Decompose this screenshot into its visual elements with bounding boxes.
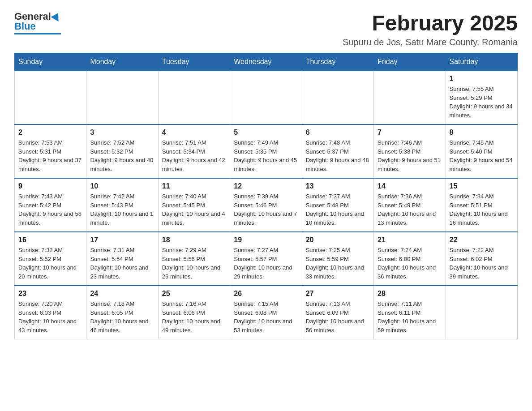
day-info-27: Sunrise: 7:13 AMSunset: 6:09 PMDaylight:… xyxy=(306,300,370,334)
day-number-13: 13 xyxy=(306,182,370,190)
day-info-10: Sunrise: 7:42 AMSunset: 5:43 PMDaylight:… xyxy=(90,192,154,227)
logo: General Blue xyxy=(14,11,61,34)
location-title: Supuru de Jos, Satu Mare County, Romania xyxy=(343,37,518,47)
day-number-19: 19 xyxy=(234,236,298,244)
day-info-17: Sunrise: 7:31 AMSunset: 5:54 PMDaylight:… xyxy=(90,246,154,281)
day-info-13: Sunrise: 7:37 AMSunset: 5:48 PMDaylight:… xyxy=(306,192,370,227)
table-row: 17Sunrise: 7:31 AMSunset: 5:54 PMDayligh… xyxy=(86,232,158,286)
week-row-4: 23Sunrise: 7:20 AMSunset: 6:03 PMDayligh… xyxy=(15,286,518,339)
day-info-8: Sunrise: 7:45 AMSunset: 5:40 PMDaylight:… xyxy=(450,138,514,173)
day-number-21: 21 xyxy=(378,236,442,244)
day-info-16: Sunrise: 7:32 AMSunset: 5:52 PMDaylight:… xyxy=(18,246,82,281)
day-info-18: Sunrise: 7:29 AMSunset: 5:56 PMDaylight:… xyxy=(162,246,226,281)
table-row: 10Sunrise: 7:42 AMSunset: 5:43 PMDayligh… xyxy=(86,178,158,232)
header-sunday: Sunday xyxy=(15,53,86,71)
day-info-28: Sunrise: 7:11 AMSunset: 6:11 PMDaylight:… xyxy=(378,300,442,334)
day-number-18: 18 xyxy=(162,236,226,244)
day-info-23: Sunrise: 7:20 AMSunset: 6:03 PMDaylight:… xyxy=(18,300,82,334)
day-info-21: Sunrise: 7:24 AMSunset: 6:00 PMDaylight:… xyxy=(378,246,442,281)
day-info-1: Sunrise: 7:55 AMSunset: 5:29 PMDaylight:… xyxy=(450,85,514,120)
day-number-8: 8 xyxy=(450,128,514,137)
table-row: 19Sunrise: 7:27 AMSunset: 5:57 PMDayligh… xyxy=(230,232,302,286)
day-number-27: 27 xyxy=(306,290,370,298)
header-thursday: Thursday xyxy=(302,53,373,71)
logo-blue-text: Blue xyxy=(14,21,36,32)
table-row xyxy=(374,71,446,124)
day-info-22: Sunrise: 7:22 AMSunset: 6:02 PMDaylight:… xyxy=(450,246,514,281)
day-number-26: 26 xyxy=(234,290,298,298)
day-info-6: Sunrise: 7:48 AMSunset: 5:37 PMDaylight:… xyxy=(306,138,370,173)
table-row: 25Sunrise: 7:16 AMSunset: 6:06 PMDayligh… xyxy=(158,286,230,339)
logo-triangle-icon xyxy=(51,11,62,21)
day-info-19: Sunrise: 7:27 AMSunset: 5:57 PMDaylight:… xyxy=(234,246,298,281)
day-number-9: 9 xyxy=(18,182,82,190)
page-header: General Blue February 2025 Supuru de Jos… xyxy=(14,11,518,47)
day-info-2: Sunrise: 7:53 AMSunset: 5:31 PMDaylight:… xyxy=(18,138,82,173)
table-row: 4Sunrise: 7:51 AMSunset: 5:34 PMDaylight… xyxy=(158,124,230,178)
day-number-11: 11 xyxy=(162,182,226,190)
table-row: 1Sunrise: 7:55 AMSunset: 5:29 PMDaylight… xyxy=(446,71,517,124)
day-number-4: 4 xyxy=(162,128,226,137)
day-number-23: 23 xyxy=(18,290,82,298)
title-block: February 2025 Supuru de Jos, Satu Mare C… xyxy=(343,11,518,47)
table-row xyxy=(230,71,302,124)
table-row: 3Sunrise: 7:52 AMSunset: 5:32 PMDaylight… xyxy=(86,124,158,178)
day-info-14: Sunrise: 7:36 AMSunset: 5:49 PMDaylight:… xyxy=(378,192,442,227)
day-number-5: 5 xyxy=(234,128,298,137)
table-row: 27Sunrise: 7:13 AMSunset: 6:09 PMDayligh… xyxy=(302,286,373,339)
day-number-24: 24 xyxy=(90,290,154,298)
table-row: 7Sunrise: 7:46 AMSunset: 5:38 PMDaylight… xyxy=(374,124,446,178)
week-row-3: 16Sunrise: 7:32 AMSunset: 5:52 PMDayligh… xyxy=(15,232,518,286)
table-row: 18Sunrise: 7:29 AMSunset: 5:56 PMDayligh… xyxy=(158,232,230,286)
day-number-25: 25 xyxy=(162,290,226,298)
header-wednesday: Wednesday xyxy=(230,53,302,71)
day-number-15: 15 xyxy=(450,182,514,190)
table-row xyxy=(446,286,517,339)
table-row: 26Sunrise: 7:15 AMSunset: 6:08 PMDayligh… xyxy=(230,286,302,339)
table-row: 22Sunrise: 7:22 AMSunset: 6:02 PMDayligh… xyxy=(446,232,517,286)
day-info-7: Sunrise: 7:46 AMSunset: 5:38 PMDaylight:… xyxy=(378,138,442,173)
day-number-10: 10 xyxy=(90,182,154,190)
table-row xyxy=(158,71,230,124)
header-monday: Monday xyxy=(86,53,158,71)
weekday-header-row: Sunday Monday Tuesday Wednesday Thursday… xyxy=(15,53,518,71)
table-row: 12Sunrise: 7:39 AMSunset: 5:46 PMDayligh… xyxy=(230,178,302,232)
day-number-28: 28 xyxy=(378,290,442,298)
day-number-17: 17 xyxy=(90,236,154,244)
table-row: 14Sunrise: 7:36 AMSunset: 5:49 PMDayligh… xyxy=(374,178,446,232)
day-number-1: 1 xyxy=(450,75,514,83)
table-row: 28Sunrise: 7:11 AMSunset: 6:11 PMDayligh… xyxy=(374,286,446,339)
table-row: 8Sunrise: 7:45 AMSunset: 5:40 PMDaylight… xyxy=(446,124,517,178)
day-info-4: Sunrise: 7:51 AMSunset: 5:34 PMDaylight:… xyxy=(162,138,226,173)
month-title: February 2025 xyxy=(343,11,518,35)
table-row: 9Sunrise: 7:43 AMSunset: 5:42 PMDaylight… xyxy=(15,178,86,232)
day-info-12: Sunrise: 7:39 AMSunset: 5:46 PMDaylight:… xyxy=(234,192,298,227)
day-info-26: Sunrise: 7:15 AMSunset: 6:08 PMDaylight:… xyxy=(234,300,298,334)
day-number-12: 12 xyxy=(234,182,298,190)
day-number-22: 22 xyxy=(450,236,514,244)
day-info-15: Sunrise: 7:34 AMSunset: 5:51 PMDaylight:… xyxy=(450,192,514,227)
day-number-20: 20 xyxy=(306,236,370,244)
table-row xyxy=(86,71,158,124)
header-tuesday: Tuesday xyxy=(158,53,230,71)
week-row-0: 1Sunrise: 7:55 AMSunset: 5:29 PMDaylight… xyxy=(15,71,518,124)
table-row: 6Sunrise: 7:48 AMSunset: 5:37 PMDaylight… xyxy=(302,124,373,178)
day-info-9: Sunrise: 7:43 AMSunset: 5:42 PMDaylight:… xyxy=(18,192,82,227)
day-info-3: Sunrise: 7:52 AMSunset: 5:32 PMDaylight:… xyxy=(90,138,154,173)
calendar-table: Sunday Monday Tuesday Wednesday Thursday… xyxy=(14,53,518,339)
day-info-5: Sunrise: 7:49 AMSunset: 5:35 PMDaylight:… xyxy=(234,138,298,173)
day-info-20: Sunrise: 7:25 AMSunset: 5:59 PMDaylight:… xyxy=(306,246,370,281)
table-row: 15Sunrise: 7:34 AMSunset: 5:51 PMDayligh… xyxy=(446,178,517,232)
table-row: 23Sunrise: 7:20 AMSunset: 6:03 PMDayligh… xyxy=(15,286,86,339)
day-number-6: 6 xyxy=(306,128,370,137)
table-row: 5Sunrise: 7:49 AMSunset: 5:35 PMDaylight… xyxy=(230,124,302,178)
day-info-25: Sunrise: 7:16 AMSunset: 6:06 PMDaylight:… xyxy=(162,300,226,334)
table-row: 20Sunrise: 7:25 AMSunset: 5:59 PMDayligh… xyxy=(302,232,373,286)
day-number-7: 7 xyxy=(378,128,442,137)
day-number-2: 2 xyxy=(18,128,82,137)
week-row-1: 2Sunrise: 7:53 AMSunset: 5:31 PMDaylight… xyxy=(15,124,518,178)
table-row: 2Sunrise: 7:53 AMSunset: 5:31 PMDaylight… xyxy=(15,124,86,178)
day-number-16: 16 xyxy=(18,236,82,244)
header-saturday: Saturday xyxy=(446,53,517,71)
logo-underline xyxy=(14,33,61,34)
